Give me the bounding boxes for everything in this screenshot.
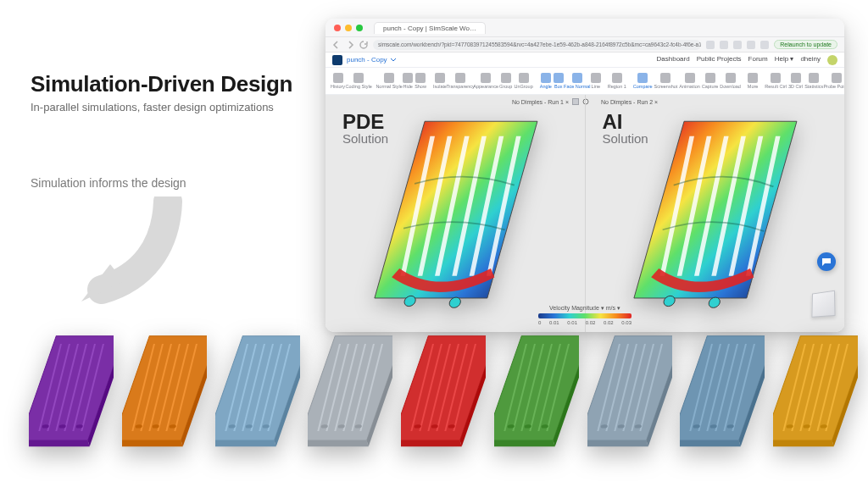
toolbar-line[interactable]: Line <box>591 73 601 89</box>
help-button[interactable] <box>817 252 836 271</box>
toolbar-normal-style[interactable]: Normal Style <box>377 73 401 89</box>
design-variant-plate <box>29 328 114 455</box>
header-link-forum[interactable]: Forum <box>748 55 768 65</box>
zoom-icon[interactable] <box>356 25 363 31</box>
tool-label: Region 1 <box>608 84 626 89</box>
toolbar-3d-ctrl[interactable]: 3D Ctrl <box>788 73 803 89</box>
forward-icon[interactable] <box>346 41 354 49</box>
tool-icon <box>554 73 564 83</box>
svg-marker-8 <box>29 440 92 446</box>
extension-icon[interactable] <box>720 41 728 49</box>
chevron-down-icon[interactable] <box>390 57 397 64</box>
window-controls[interactable] <box>334 25 363 31</box>
toolbar-isolate[interactable]: Isolate <box>433 73 447 89</box>
tool-icon <box>726 73 736 83</box>
tool-label: Angle <box>540 84 552 89</box>
design-variant-plate <box>308 328 392 455</box>
flow-arrow-icon <box>76 196 186 307</box>
toolbar-probe-points[interactable]: Probe Points <box>825 73 844 89</box>
browser-tab-strip: punch - Copy | SimScale Wo… <box>326 19 844 37</box>
toolbar-result-ctrl[interactable]: Result Ctrl <box>765 73 787 89</box>
simulation-viewport: No Dimples - Run 1 × No Dimples - Run 2 … <box>326 95 844 332</box>
url-input[interactable]: simscale.com/workbench/?pid=747708397124… <box>373 40 701 50</box>
design-variant-plate <box>401 328 486 455</box>
tool-label: Download <box>720 84 740 89</box>
tool-icon <box>501 73 511 83</box>
svg-marker-20 <box>215 440 278 446</box>
header-link-help[interactable]: Help ▾ <box>775 55 794 65</box>
header-link-dashboard[interactable]: Dashboard <box>657 55 690 65</box>
tool-label: Animation <box>679 84 699 89</box>
tool-label: 3D Ctrl <box>788 84 803 89</box>
result-pane-right[interactable]: AI Solution <box>585 95 845 332</box>
toolbar-compare[interactable]: Compare <box>633 73 653 89</box>
toolbar-ungroup[interactable]: UnGroup <box>514 73 532 89</box>
tool-icon <box>748 73 758 83</box>
app-header: punch - Copy Dashboard Public Projects F… <box>326 53 844 68</box>
subhead: In-parallel simulations, faster design o… <box>31 101 292 113</box>
tool-label: Box <box>554 84 562 89</box>
tool-label: Coding Style <box>346 84 372 89</box>
design-variant-row <box>29 311 858 455</box>
result-pane-left[interactable]: PDE Solution <box>326 95 585 332</box>
design-variant-plate <box>494 328 579 455</box>
tool-icon <box>705 73 715 83</box>
tool-icon <box>591 73 601 83</box>
cfd-result-plate <box>630 112 799 315</box>
tool-icon <box>771 73 781 83</box>
avatar[interactable] <box>827 55 837 65</box>
relaunch-button[interactable]: Relaunch to update <box>774 40 837 49</box>
toolbar-show[interactable]: Show <box>415 73 426 89</box>
header-link-public-projects[interactable]: Public Projects <box>697 55 742 65</box>
tool-label: Probe Points <box>823 84 844 89</box>
svg-marker-14 <box>122 440 185 446</box>
toolbar-more[interactable]: More <box>748 73 759 89</box>
svg-marker-44 <box>587 440 650 446</box>
toolbar-screenshot[interactable]: Screenshot <box>654 73 677 89</box>
header-link-user[interactable]: dheiny <box>800 55 821 65</box>
toolbar-region-1[interactable]: Region 1 <box>608 73 626 89</box>
toolbar-history[interactable]: History <box>331 73 345 89</box>
tool-icon <box>415 73 426 83</box>
svg-marker-56 <box>773 440 836 446</box>
toolbar-group[interactable]: Group <box>499 73 512 89</box>
toolbar-download[interactable]: Download <box>720 73 740 89</box>
tool-label: Line <box>592 84 600 89</box>
tool-icon <box>403 73 413 83</box>
design-variant-plate <box>122 328 207 455</box>
svg-marker-26 <box>308 440 370 446</box>
toolbar-appearance[interactable]: Appearance <box>474 73 498 89</box>
tool-icon <box>660 73 670 83</box>
toolbar-capture[interactable]: Capture <box>702 73 719 89</box>
back-icon[interactable] <box>332 41 341 49</box>
reload-icon[interactable] <box>359 41 368 49</box>
tool-label: Group <box>499 84 512 89</box>
browser-tab[interactable]: punch - Copy | SimScale Wo… <box>374 22 486 34</box>
extension-icon[interactable] <box>706 41 715 49</box>
tool-label: Appearance <box>473 84 498 89</box>
tool-icon <box>637 73 648 83</box>
toolbar-coding-style[interactable]: Coding Style <box>347 73 370 89</box>
toolbar-hide[interactable]: Hide <box>403 73 413 89</box>
toolbar-animation[interactable]: Animation <box>679 73 699 89</box>
tool-label: Hide <box>403 84 412 89</box>
address-bar-row: simscale.com/workbench/?pid=747708397124… <box>326 37 844 53</box>
extension-icon[interactable] <box>760 41 769 49</box>
extension-icon[interactable] <box>747 41 755 49</box>
toolbar-statistics[interactable]: Statistics <box>804 73 823 89</box>
chat-icon <box>821 257 832 267</box>
tool-icon <box>333 73 343 83</box>
toolbar-angle[interactable]: Angle <box>540 73 552 89</box>
toolbar-face-normal[interactable]: Face Normal <box>565 73 589 89</box>
extension-icon[interactable] <box>733 41 742 49</box>
project-name[interactable]: punch - Copy <box>347 56 387 64</box>
app-logo-icon[interactable] <box>332 55 342 65</box>
toolbar-transparency[interactable]: Transparency <box>448 73 472 89</box>
tool-label: More <box>748 84 759 89</box>
close-icon[interactable] <box>334 25 341 31</box>
minimize-icon[interactable] <box>345 25 352 31</box>
tool-icon <box>455 73 465 83</box>
toolbar-box[interactable]: Box <box>554 73 564 89</box>
tool-icon <box>481 73 491 83</box>
tool-icon <box>612 73 622 83</box>
